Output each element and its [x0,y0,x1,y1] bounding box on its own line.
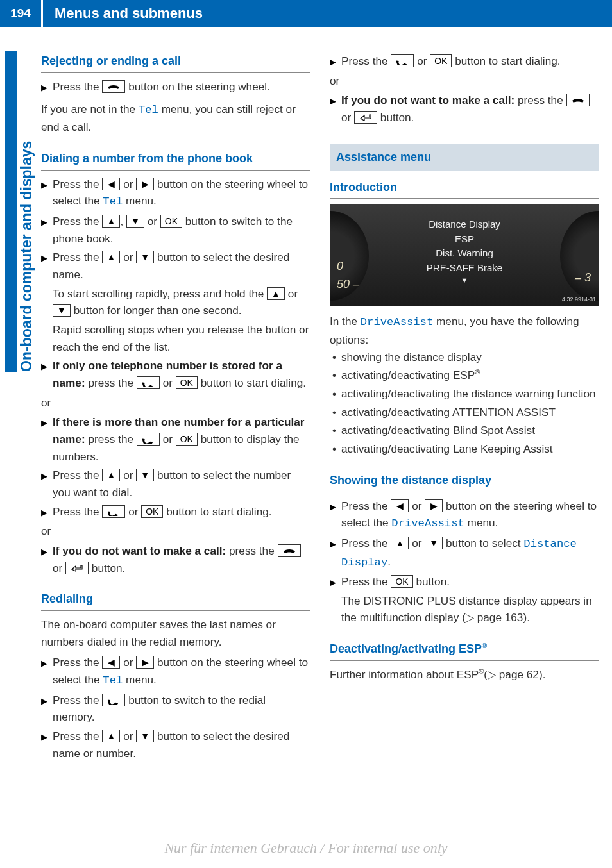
side-tab: On-board computer and displays [0,51,33,372]
ok-key: OK [430,54,452,67]
ok-key: OK [391,575,412,588]
gauge-num: 0 [337,260,343,272]
down-icon: ▼ [136,251,154,263]
up-icon: ▲ [267,287,285,300]
pickup-icon [102,694,125,706]
text: or [409,537,425,549]
pickup-icon [391,54,414,67]
text: or [53,562,65,574]
dashboard-image: Distance Display ESP Dist. Warning PRE-S… [330,204,599,306]
text: press the [85,376,137,389]
dash-line: ESP [427,232,502,247]
text: Press the [341,537,391,549]
text: or [285,287,298,300]
or-text: or [41,394,310,412]
image-code: 4.32 9914-31 [562,296,596,305]
text: Further information about ESP [330,668,479,681]
text: . [387,555,391,568]
watermark: Nur für internen Gebrauch / For internal… [0,840,612,856]
text: or [120,730,136,742]
page-header: 194 Menus and submenus [0,0,612,27]
text: Press the [53,694,102,706]
text: To start scrolling rapidly, press and ho… [53,287,267,300]
down-icon: ▼ [425,537,443,549]
or-text: or [330,72,599,90]
left-icon: ◀ [391,499,409,512]
page-number: 194 [0,0,41,27]
heading-esp: Deactivating/activating ESP® [330,640,599,661]
text: button to start dialing. [198,376,306,389]
text: Press the [53,730,102,742]
ok-key: OK [160,215,182,228]
heading-introduction: Introduction [330,179,599,199]
text: Press the [53,251,102,263]
text: Rapid scrolling stops when you release t… [41,321,310,355]
left-icon: ◀ [102,178,120,190]
text: button to start dialing. [452,54,560,67]
chapter-title: Menus and submenus [43,0,612,27]
dash-line: Distance Display [427,217,502,232]
text: Press the [341,499,391,512]
menu-name-tel: Tel [103,674,123,687]
heading-redialing: Redialing [41,590,310,611]
text: or [120,178,136,190]
up-icon: ▲ [391,537,409,549]
text: press the [514,94,566,106]
pickup-icon [102,505,125,518]
pickup-icon [137,376,160,389]
text: Press the [341,54,391,67]
text: button. [413,575,450,588]
list-item: activating/deactivating Blind Spot Assis… [341,422,599,439]
down-icon: ▼ [126,215,144,228]
text: button. [377,111,414,124]
text: or [125,505,141,518]
hangup-icon [102,80,125,93]
text: or [341,111,354,124]
or-text: or [41,522,310,540]
left-icon: ◀ [102,656,120,669]
up-icon: ▲ [102,251,120,263]
side-tab-label: On-board computer and displays [18,141,35,372]
text: Press the [53,656,102,669]
text: or [414,54,430,67]
up-icon: ▲ [102,215,120,228]
text: Press the [341,575,391,588]
section-assistance: Assistance menu [330,144,599,171]
dash-line: PRE-SAFE Brake [427,261,502,276]
text: button for longer than one second. [71,304,242,317]
list-item: activating/deactivating Lane Keeping Ass… [341,440,599,458]
right-icon: ▶ [136,656,154,669]
heading-rejecting: Rejecting or ending a call [41,53,310,73]
menu-name-tel: Tel [103,196,123,208]
ok-key: OK [176,433,198,446]
text: Press the [53,215,102,228]
text: button on the steering wheel. [125,80,270,93]
text: button to start dialing. [163,505,271,518]
right-icon: ▶ [425,499,443,512]
ok-key: OK [141,505,163,518]
pickup-icon [137,433,160,446]
text: Press the [53,80,102,93]
down-icon: ▼ [136,469,154,481]
text: or [160,433,176,446]
text: menu. [123,673,157,686]
text: The on-board computer saves the last nam… [41,616,310,650]
heading-dialing: Dialing a number from the phone book [41,150,310,171]
text: menu. [464,516,498,529]
right-column: ▶ Press the or OK button to start dialin… [330,45,599,764]
menu-name-driveassist: DriveAssist [361,316,433,328]
hangup-icon [566,94,590,106]
registered-mark: ® [475,369,480,376]
menu-name-driveassist: DriveAssist [391,517,464,530]
registered-mark: ® [482,642,487,649]
text: menu. [123,194,157,207]
text: Press the [53,469,102,481]
left-column: Rejecting or ending a call ▶ Press the b… [41,45,310,764]
text: Press the [53,178,102,190]
bold-text: If you do not want to make a call: [53,544,226,557]
text: button to select [443,537,523,549]
gauge-num: 3 [584,271,591,284]
up-icon: ▲ [102,469,120,481]
text: Press the [53,505,102,518]
list-item: activating/deactivating the distance war… [341,385,599,403]
